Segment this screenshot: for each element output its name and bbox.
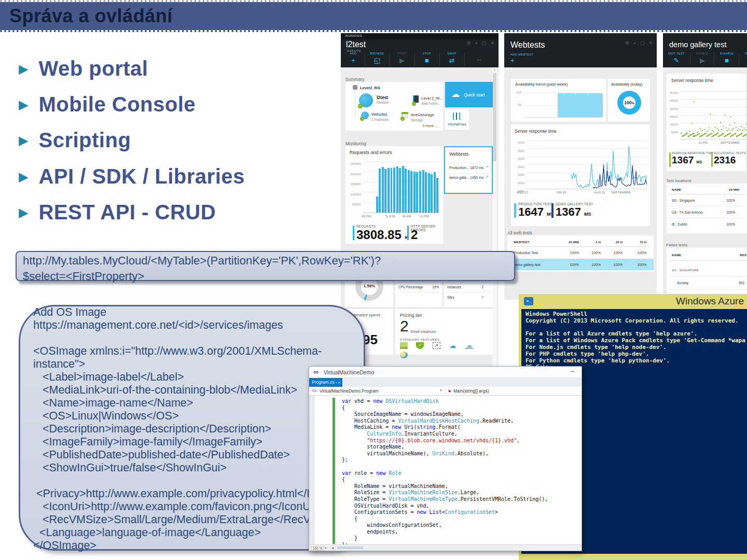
- pin-icon[interactable]: ⌖: [633, 40, 636, 46]
- zoom-dropdown-icon[interactable]: ▾: [325, 546, 326, 550]
- add-button[interactable]: ADD+: [342, 52, 365, 64]
- monitoring-section-label: Monitoring: [345, 141, 366, 146]
- webtest-row[interactable]: demo galle...: [449, 176, 469, 179]
- webtest-detail-header: demo gallery test EDIT TEST✎ ENABLE▶ DIS…: [663, 33, 747, 67]
- browse-icon: ◱: [366, 57, 389, 64]
- quickstart-tile[interactable]: ☁ Quick start: [445, 82, 493, 107]
- failed-row[interactable]: Sunday593: [677, 278, 744, 287]
- close-icon[interactable]: ✕: [490, 40, 494, 46]
- availability-area: [558, 93, 603, 117]
- tab-program-cs[interactable]: Program.cs ▪ ✕: [309, 378, 342, 387]
- bullet-scripting: ▶Scripting: [19, 122, 131, 158]
- more-commands-button[interactable]: ⋯: [477, 57, 482, 63]
- play-icon: ▶: [691, 57, 714, 64]
- rest-url-line1: http://My.tables.MyCloud/<MyTable>(Parti…: [17, 252, 514, 268]
- minimize-icon[interactable]: –: [571, 367, 574, 375]
- webtest-row[interactable]: Production...: [449, 166, 469, 170]
- vs-title-bar[interactable]: ∞ VirtualMachineDemo –: [309, 367, 582, 378]
- delete-button[interactable]: DELETE▯: [740, 52, 747, 64]
- close-icon[interactable]: ✕: [648, 40, 653, 46]
- response-time-card[interactable]: Server response time 40003500 30002500 2…: [511, 124, 650, 226]
- enable-button[interactable]: ENABLE▶: [691, 52, 714, 64]
- powershell-icon: >_: [524, 297, 533, 305]
- play-icon: ▶: [391, 57, 413, 64]
- bullet-arrow-icon: ▶: [19, 171, 28, 183]
- start-button[interactable]: START▶: [391, 52, 413, 64]
- summary-section-label: Summary: [345, 77, 364, 82]
- bullet-api-sdk: ▶API / SDK / Libraries: [19, 159, 245, 194]
- webtests-mini-card[interactable]: Webtests Production... 1872 ms ↗ demo ga…: [444, 146, 493, 194]
- code-text: var vhd = new OSVirtualHardDisk{ SourceI…: [342, 398, 548, 549]
- disable-button[interactable]: DISABLE■: [715, 52, 739, 64]
- scatter-card[interactable]: Server response time 3000025000 20000150…: [667, 74, 746, 171]
- resource-group-icon: [353, 85, 357, 90]
- method-icon: ◆: [448, 389, 451, 393]
- stop-icon: ■: [416, 57, 438, 64]
- pin-icon[interactable]: ⌖: [475, 40, 478, 46]
- scroll-up-icon[interactable]: ∧: [492, 67, 497, 71]
- properties-tile[interactable]: PROPERTIES: [445, 109, 469, 130]
- open-link-icon[interactable]: ↗: [486, 175, 489, 179]
- bullet-rest-api: ▶REST API - CRUD: [19, 194, 216, 230]
- scrollbar-thumb[interactable]: [493, 73, 496, 161]
- swap-button[interactable]: SWAP⇄: [440, 52, 463, 64]
- windows-azure-brand: Windows Azure: [676, 296, 744, 307]
- table-row[interactable]: Production Test 100% 100% 100% 100%: [514, 247, 646, 258]
- stop-button[interactable]: STOP■: [416, 52, 438, 64]
- rest-url-note: http://My.tables.MyCloud/<MyTable>(Parti…: [16, 251, 515, 281]
- scroll-left-icon[interactable]: ◄: [331, 546, 334, 550]
- webtests-table: WEBTEST 20 MIN 1 H 24 H 72 H Production …: [507, 235, 654, 272]
- all-webtests-label: All web tests: [507, 230, 532, 235]
- location-row[interactable]: SG : Singapore100%: [672, 195, 735, 205]
- failed-group-label: SG : SINGAPORE: [672, 269, 699, 272]
- add-icon[interactable]: +: [510, 57, 515, 64]
- ok-check-icon: ✓: [360, 117, 364, 121]
- browse-button[interactable]: BROWSE◱: [366, 52, 389, 64]
- bullet-arrow-icon: ▶: [19, 206, 28, 219]
- tab-strip: [342, 378, 582, 387]
- sliders-icon: [453, 113, 454, 120]
- pin-icon[interactable]: ▪: [336, 381, 337, 384]
- webmatrix-icon: [400, 342, 408, 349]
- rest-url-line2: $select=<FirstProperty>: [17, 268, 514, 283]
- chevron-down-icon[interactable]: ▾: [440, 388, 442, 393]
- status-badge: RUNNING: [345, 34, 362, 37]
- bullet-arrow-icon: ▶: [19, 99, 28, 111]
- azure-panel-webtests: Webtests ⚙ ⌖ ▢ ✕ ADD WEBTEST + Availabil…: [504, 33, 657, 300]
- maximize-icon[interactable]: ▢: [482, 40, 487, 46]
- edit-test-button[interactable]: EDIT TEST✎: [663, 52, 690, 64]
- panel-scrollbar[interactable]: ∧: [492, 67, 497, 373]
- gear-icon[interactable]: ⚙: [467, 40, 471, 46]
- more-resources-link[interactable]: 9 more ...: [422, 124, 438, 128]
- gear-icon[interactable]: ⚙: [625, 40, 629, 46]
- breadcrumb[interactable]: VirtualMachineDemo.Program: [320, 388, 379, 394]
- failed-tests-label: Failed tests: [666, 243, 687, 247]
- webtests-panel-header: Webtests ⚙ ⌖ ▢ ✕ ADD WEBTEST +: [504, 33, 657, 67]
- close-tab-icon[interactable]: ✕: [338, 381, 340, 384]
- failed-tests-table: NAMERES SG : SINGAPORE Sunday593: [667, 248, 747, 300]
- maximize-icon[interactable]: ▢: [640, 40, 645, 46]
- location-row[interactable]: US : TX-San Antonio100%: [672, 207, 735, 217]
- visual-studio-icon: ∞: [313, 368, 319, 376]
- globe-icon: [400, 352, 408, 358]
- availability-trend-card[interactable]: Availability trend (past week) 100 50: [511, 79, 606, 121]
- table-row-selected[interactable]: demo gallery test 100% 100% 100% 100%: [514, 259, 646, 270]
- ok-check-icon: ✓: [412, 102, 416, 106]
- ok-check-icon: ✓: [358, 104, 363, 108]
- slide-title-bar: Správa a ovládání: [0, 2, 747, 30]
- requests-chart-card[interactable]: Requests and errors 250000200000 1500001…: [345, 146, 443, 244]
- horizontal-scrollbar-thumb[interactable]: [337, 547, 363, 549]
- open-link-icon[interactable]: ↗: [486, 165, 489, 169]
- add-icon: +: [342, 57, 365, 64]
- summary-card[interactable]: Level2_RG ✓ l2test Website ✓ Level 2_W..…: [345, 82, 443, 131]
- visual-studio-window: ∞ VirtualMachineDemo – Program.cs ▪ ✕ C#…: [309, 366, 582, 551]
- cloud-sync-icon: ☁: [465, 342, 473, 349]
- pricing-tier-card[interactable]: Pricing tier 2 Small Instances STANDARD …: [395, 309, 493, 355]
- availability-today-card[interactable]: Availability (today) 100%: [608, 79, 650, 121]
- add-webtest-button[interactable]: ADD WEBTEST: [510, 53, 533, 56]
- method-dropdown[interactable]: Main(string[] args): [453, 388, 489, 394]
- zoom-level[interactable]: 100 %: [311, 546, 324, 551]
- code-editor[interactable]: var vhd = new OSVirtualHardDisk{ SourceI…: [309, 396, 582, 546]
- trash-icon: ▯: [740, 57, 747, 64]
- location-row[interactable]: IE : Dublin100%: [672, 219, 735, 229]
